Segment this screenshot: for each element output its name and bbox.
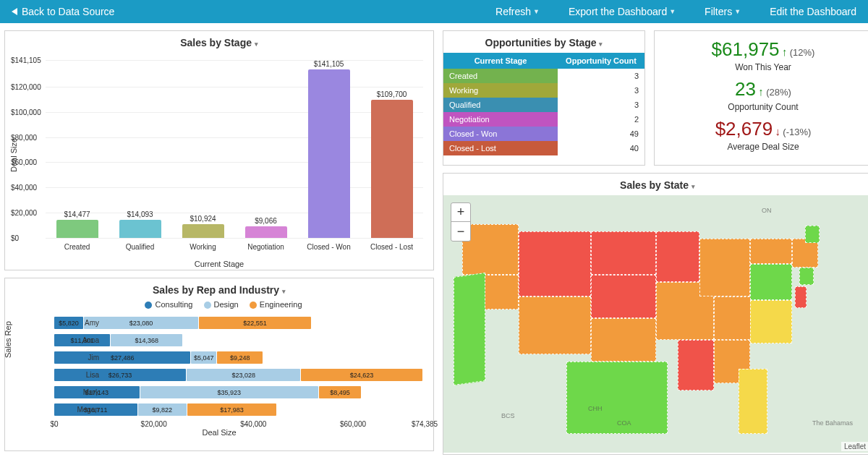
- state-nd-sd[interactable]: [591, 231, 656, 275]
- bar[interactable]: [56, 220, 98, 238]
- count-cell: 40: [558, 141, 644, 155]
- stage-cell: Closed - Lost: [443, 141, 558, 155]
- arrow-up-icon: [758, 87, 764, 98]
- table-row[interactable]: Qualified3: [443, 98, 644, 112]
- state-ms-al[interactable]: [678, 340, 714, 390]
- bar[interactable]: [308, 69, 350, 238]
- choropleth-map[interactable]: + −: [443, 195, 868, 453]
- x-tick: Closed - Won: [297, 243, 360, 251]
- state-tx[interactable]: [566, 362, 668, 434]
- caret-down-icon: ▾: [282, 288, 286, 295]
- back-label: Back to Data Source: [22, 6, 114, 17]
- bar-value-label: $109,700: [377, 90, 407, 98]
- y-tick: Megan: [63, 406, 99, 414]
- bar-segment[interactable]: $8,495: [319, 386, 361, 398]
- x-tick: Negotiation: [234, 243, 297, 251]
- stage-cell: Closed - Won: [443, 127, 558, 141]
- bar-segment[interactable]: $9,248: [217, 351, 263, 364]
- panel-title[interactable]: Sales by Rep and Industry ▾: [5, 278, 433, 300]
- kpi-avg-value: $2,679: [715, 118, 773, 140]
- state-ny[interactable]: [750, 239, 792, 264]
- state-ne-ks[interactable]: [591, 275, 656, 318]
- count-cell: 3: [558, 83, 644, 98]
- state-mt-id[interactable]: [519, 231, 591, 296]
- state-mn-ia[interactable]: [656, 231, 699, 282]
- filters-menu[interactable]: Filters▼: [705, 6, 741, 17]
- back-link[interactable]: Back to Data Source: [12, 6, 114, 17]
- caret-down-icon: ▼: [669, 8, 676, 15]
- table-row[interactable]: Closed - Won49: [443, 127, 644, 141]
- state-ut-az[interactable]: [519, 296, 591, 354]
- bar[interactable]: [245, 226, 287, 238]
- y-tick: $80,000: [11, 133, 37, 141]
- bar-segment[interactable]: $9,822: [138, 403, 187, 416]
- panel-title[interactable]: Sales by Stage ▾: [5, 31, 433, 53]
- arrow-up-icon: [782, 48, 788, 58]
- zoom-in-button[interactable]: +: [451, 203, 470, 222]
- edit-dashboard[interactable]: Edit the Dashboard: [770, 6, 856, 17]
- state-nh[interactable]: [805, 226, 820, 243]
- bar-segment[interactable]: $14,368: [111, 334, 182, 346]
- sales-by-rep-panel: Sales by Rep and Industry ▾ Consulting D…: [4, 278, 434, 451]
- bar-segment[interactable]: $22,551: [199, 317, 311, 329]
- bar-segment[interactable]: $17,983: [187, 403, 276, 416]
- caret-down-icon: ▾: [692, 183, 695, 190]
- table-row[interactable]: Created3: [443, 69, 644, 83]
- x-axis-label: Deal Size: [5, 428, 433, 437]
- kpi-opp-value: 23: [735, 78, 756, 100]
- count-cell: 49: [558, 127, 644, 141]
- kpi-opp-label: Opportunity Count: [659, 102, 867, 112]
- arrow-left-icon: [12, 8, 17, 15]
- bar[interactable]: [182, 224, 224, 238]
- bar-segment[interactable]: $23,028: [187, 369, 300, 381]
- y-tick: $141,105: [11, 56, 41, 64]
- bar-value-label: $9,066: [255, 217, 277, 225]
- x-tick: Qualified: [109, 243, 171, 251]
- state-co-nm-ok[interactable]: [591, 318, 656, 362]
- bar-segment[interactable]: $23,080: [84, 317, 198, 329]
- bar[interactable]: [119, 220, 161, 238]
- sales-by-stage-chart: Deal Size $0$20,000$40,000$60,000$80,000…: [5, 53, 433, 270]
- kpi-opp-pct: (28%): [766, 87, 791, 98]
- x-tick: Created: [46, 243, 109, 251]
- sales-by-stage-panel: Sales by Stage ▾ Deal Size $0$20,000$40,…: [4, 30, 434, 270]
- bar[interactable]: [371, 100, 413, 238]
- state-ca[interactable]: [454, 273, 485, 385]
- state-fl[interactable]: [739, 369, 767, 434]
- sales-by-state-panel: Sales by State ▾ + −: [443, 173, 868, 455]
- caret-down-icon: ▾: [255, 40, 258, 48]
- table-row[interactable]: Closed - Lost40: [443, 141, 644, 155]
- y-tick: $40,000: [11, 184, 37, 192]
- caret-down-icon: ▼: [734, 8, 741, 15]
- y-axis-label: Sales Rep: [4, 321, 12, 358]
- count-cell: 3: [558, 69, 644, 83]
- y-tick: $60,000: [11, 158, 37, 166]
- stage-cell: Qualified: [443, 98, 558, 112]
- bar-segment[interactable]: $24,623: [301, 369, 422, 381]
- state-ne-states[interactable]: [792, 239, 818, 268]
- table-row[interactable]: Working3: [443, 83, 644, 98]
- state-nj[interactable]: [795, 286, 807, 308]
- sales-by-rep-chart: Sales Rep Amy$5,820$23,080$22,551Anna$11…: [5, 312, 433, 438]
- state-va-nc-sc[interactable]: [750, 300, 792, 343]
- bar-segment[interactable]: $5,047: [191, 351, 216, 364]
- panel-title[interactable]: Opportunities by Stage ▾: [443, 31, 644, 53]
- state-ct[interactable]: [799, 268, 814, 285]
- kpi-won-pct: (12%): [790, 47, 815, 58]
- bar-segment[interactable]: $35,923: [140, 386, 318, 398]
- export-menu[interactable]: Export the Dashboard▼: [569, 6, 676, 17]
- topbar: Back to Data Source Refresh▼ Export the …: [0, 0, 868, 23]
- x-tick: $20,000: [141, 420, 167, 428]
- count-cell: 2: [558, 112, 644, 127]
- leaflet-attribution[interactable]: Leaflet: [841, 442, 868, 451]
- state-wi-mi-il[interactable]: [699, 239, 750, 296]
- kpi-won-value: $61,975: [712, 38, 780, 60]
- table-row[interactable]: Negotiation2: [443, 112, 644, 127]
- refresh-menu[interactable]: Refresh▼: [495, 6, 540, 17]
- bar-value-label: $141,105: [314, 60, 344, 68]
- zoom-out-button[interactable]: −: [451, 222, 470, 241]
- y-tick: Amy: [63, 319, 99, 327]
- state-pa[interactable]: [750, 264, 792, 300]
- x-tick: $74,385: [412, 420, 438, 428]
- panel-title[interactable]: Sales by State ▾: [443, 174, 868, 195]
